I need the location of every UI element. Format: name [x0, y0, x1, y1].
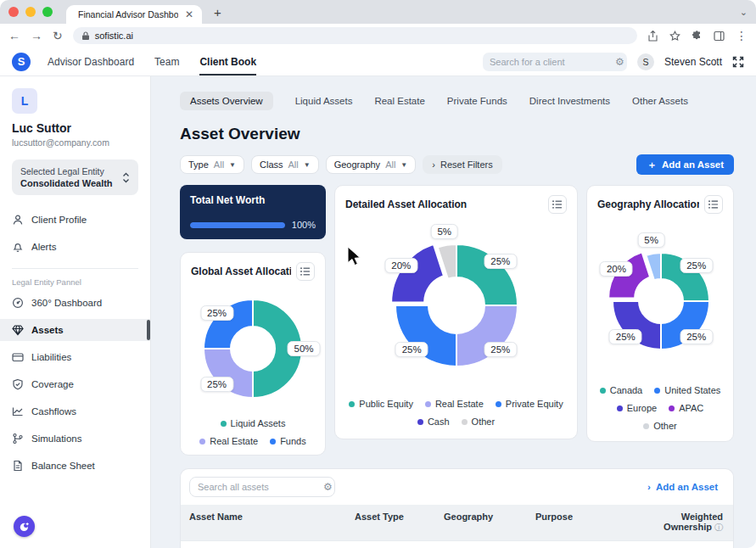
extensions-puzzle-icon[interactable]	[692, 31, 703, 42]
tab-assets-overview[interactable]: Assets Overview	[180, 92, 273, 110]
user-avatar[interactable]: S	[637, 53, 654, 70]
detailed-allocation-donut: 25%25%25%20%5%	[373, 222, 540, 389]
legend-item[interactable]: APAC	[669, 403, 703, 413]
browser-tab[interactable]: Financial Advisor Dashboard ✕	[66, 5, 202, 24]
sidebar-item-client-profile[interactable]: Client Profile	[12, 209, 138, 231]
legend-item[interactable]: Liquid Assets	[221, 418, 286, 428]
legend-label: Cash	[428, 417, 450, 427]
legend-item[interactable]: Other	[462, 417, 496, 427]
legend-dot	[600, 388, 606, 394]
browser-toolbar: ← → ↻ sofistic.ai ⋮	[0, 24, 756, 48]
card-title: Geography Allocation	[597, 199, 699, 210]
legend-label: Europe	[627, 403, 657, 413]
chart-legend-list-button[interactable]	[296, 262, 315, 281]
sidebar-item-assets[interactable]: Assets	[0, 319, 150, 341]
legend-item[interactable]: Public Equity	[349, 399, 413, 409]
geography-allocation-card: Geography Allocation 25%25%25%20%5% Cana…	[586, 185, 734, 442]
legend-item[interactable]: Other	[643, 421, 677, 431]
window-controls[interactable]	[8, 7, 53, 17]
legend-item[interactable]: Funds	[270, 436, 306, 446]
asset-tabs: Assets Overview Liquid Assets Real Estat…	[180, 92, 734, 110]
minimize-window-button[interactable]	[25, 7, 36, 17]
filter-class[interactable]: Class All ▼	[251, 155, 319, 174]
list-icon	[552, 200, 563, 209]
side-panel-icon[interactable]	[714, 31, 725, 42]
slice-percentage-label: 25%	[484, 342, 517, 357]
legend-dot	[417, 419, 423, 425]
legend-dot	[654, 388, 660, 394]
filter-geography[interactable]: Geography All ▼	[326, 155, 417, 174]
search-settings-gear-icon[interactable]: ⚙	[323, 481, 333, 493]
add-asset-link[interactable]: › Add an Asset	[647, 482, 718, 492]
info-icon[interactable]: ⓘ	[714, 523, 723, 532]
nav-team[interactable]: Team	[154, 48, 179, 75]
browser-menu-icon[interactable]: ⋮	[736, 30, 748, 42]
sidebar-item-label: Liabilities	[31, 352, 71, 362]
zoom-window-button[interactable]	[42, 7, 53, 17]
donut-svg	[373, 222, 540, 389]
legal-entity-selector[interactable]: Selected Legal Entity Consolidated Wealt…	[12, 159, 138, 195]
filter-type[interactable]: Type All ▼	[180, 155, 244, 174]
card-title: Detailed Asset Allocation	[345, 199, 467, 210]
client-avatar: L	[12, 88, 37, 114]
legend-item[interactable]: United States	[654, 385, 720, 395]
slice-percentage-label: 25%	[484, 254, 517, 269]
legend-item[interactable]: Real Estate	[199, 436, 258, 446]
back-icon[interactable]: ←	[8, 30, 20, 42]
chart-legend-list-button[interactable]	[548, 195, 567, 214]
entity-selector-value: Consolidated Wealth	[20, 178, 122, 188]
slice-percentage-label: 25%	[200, 377, 233, 392]
sidebar-item-cashflows[interactable]: Cashflows	[12, 400, 138, 422]
legend-item[interactable]: Real Estate	[425, 399, 484, 409]
new-tab-button[interactable]: +	[214, 5, 221, 20]
reload-icon[interactable]: ↻	[53, 30, 63, 42]
entity-selector-label: Selected Legal Entity	[20, 166, 122, 176]
donut-slice[interactable]	[391, 244, 444, 302]
chart-legend-list-button[interactable]	[704, 195, 723, 214]
sidebar-item-alerts[interactable]: Alerts	[12, 236, 138, 258]
legend-item[interactable]: Canada	[600, 385, 643, 395]
bookmark-star-icon[interactable]	[669, 31, 680, 42]
tab-close-icon[interactable]: ✕	[185, 8, 193, 20]
reset-filters-button[interactable]: › Reset Filters	[423, 155, 501, 174]
sidebar-item-simulations[interactable]: Simulations	[12, 428, 138, 450]
nav-advisor-dashboard[interactable]: Advisor Dashboard	[48, 48, 134, 75]
sidebar-item-liabilities[interactable]: Liabilities	[12, 346, 138, 368]
close-window-button[interactable]	[8, 7, 19, 17]
fullscreen-icon[interactable]	[732, 56, 744, 68]
sidebar-item-balance-sheet[interactable]: Balance Sheet	[12, 455, 138, 477]
forward-icon[interactable]: →	[31, 30, 42, 42]
col-weighted-ownership: Weighted Ownership ⓘ	[629, 505, 733, 540]
chevron-down-icon[interactable]: ⌄	[740, 7, 748, 18]
client-initial: L	[21, 94, 29, 108]
tab-real-estate[interactable]: Real Estate	[374, 92, 424, 110]
sidebar-item-coverage[interactable]: Coverage	[12, 373, 138, 395]
address-bar[interactable]: sofistic.ai	[73, 27, 637, 44]
filter-value: All	[214, 159, 224, 170]
legend-dot	[496, 401, 501, 407]
client-search-input[interactable]	[490, 57, 610, 67]
client-search: ⚙	[483, 53, 627, 71]
sidebar-item-360-dashboard[interactable]: 360° Dashboard	[12, 292, 138, 314]
legend-item[interactable]: Private Equity	[496, 399, 563, 409]
share-icon[interactable]	[647, 31, 658, 42]
asset-search-input[interactable]	[198, 482, 318, 492]
legend-item[interactable]: Cash	[417, 417, 450, 427]
tab-direct-investments[interactable]: Direct Investments	[529, 92, 610, 110]
accessibility-widget-button[interactable]	[14, 516, 35, 537]
add-asset-button[interactable]: ＋ Add an Asset	[636, 154, 734, 175]
search-settings-gear-icon[interactable]: ⚙	[615, 56, 624, 68]
table-row[interactable]: Example name 1 Real Estate Canada Invest…	[181, 540, 733, 548]
cell-weighted-ownership: 500,000 50% of 1,000,000	[629, 541, 733, 548]
nav-client-book[interactable]: Client Book	[199, 48, 256, 75]
legend-label: Private Equity	[506, 399, 563, 409]
net-worth-progress-fill	[190, 222, 285, 228]
legend-item[interactable]: Europe	[617, 403, 657, 413]
tab-private-funds[interactable]: Private Funds	[447, 92, 507, 110]
tab-liquid-assets[interactable]: Liquid Assets	[295, 92, 353, 110]
sofistic-logo[interactable]: S	[12, 53, 31, 71]
reset-filters-label: Reset Filters	[440, 159, 493, 170]
slice-percentage-label: 50%	[287, 341, 320, 356]
col-geography: Geography	[435, 505, 527, 540]
tab-other-assets[interactable]: Other Assets	[632, 92, 688, 110]
